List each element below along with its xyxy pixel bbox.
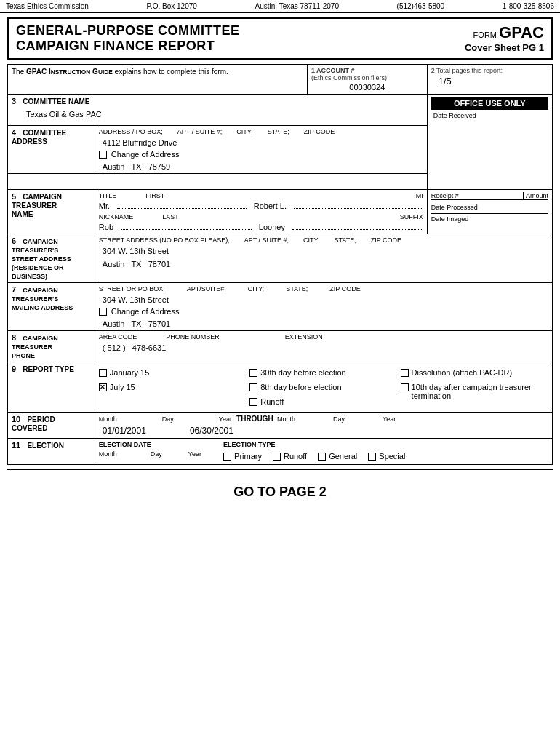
commission-name: Texas Ethics Commission — [6, 2, 89, 10]
section3-label: COMMITTEE NAME — [23, 97, 89, 105]
section11-label: ELECTION — [27, 442, 64, 450]
runoff-option[interactable]: Runoff — [249, 397, 397, 406]
section5-number: 5 — [12, 192, 16, 201]
general-option[interactable]: General — [318, 452, 357, 461]
year2-label: Year — [383, 415, 396, 423]
s7-change-address-checkbox[interactable] — [99, 308, 107, 316]
runoff-label: Runoff — [260, 397, 284, 406]
s6-apt-label: APT / SUITE #; — [244, 236, 289, 244]
section7-label: CAMPAIGN TREASURER'S MAILING ADDRESS — [12, 287, 73, 311]
30day-option[interactable]: 30th day before election — [249, 368, 397, 377]
8day-option[interactable]: 8th day before election — [249, 383, 397, 391]
jan15-option[interactable]: January 15 — [99, 368, 247, 377]
s7-apt-label: APT/SUITE#; — [187, 285, 226, 292]
main-form-table: The GPAC INSTRUCTION GUIDE explains how … — [7, 64, 553, 465]
nickname-label: NICKNAME — [99, 213, 134, 220]
runoff-election-option[interactable]: Runoff — [273, 452, 307, 461]
first-value: Robert L. — [254, 200, 287, 210]
form-id: FORM GPAC Cover Sheet PG 1 — [465, 23, 544, 53]
row-section5: 5 CAMPAIGN TREASURER NAME TITLE FIRST MI… — [8, 190, 553, 234]
account-label: 1 ACCOUNT # (Ethics Commission filers) — [311, 67, 423, 81]
day2-label: Day — [333, 415, 345, 423]
election-day-label: Day — [151, 450, 162, 458]
section8-number: 8 — [12, 333, 16, 342]
section6-number: 6 — [12, 236, 16, 245]
section6-label: CAMPAIGN TREASURER'S STREET ADDRESS (Res… — [12, 238, 71, 280]
10day-option[interactable]: 10th day after campaign treasurer termin… — [401, 383, 548, 400]
ext-label: EXTENSION — [285, 333, 323, 340]
10day-label: 10th day after campaign treasurer termin… — [412, 383, 548, 400]
apt-label: APT / SUITE #; — [177, 128, 222, 135]
s6-zip-label: ZIP CODE — [371, 236, 401, 244]
jul15-label: July 15 — [110, 383, 135, 391]
title-label: TITLE — [99, 192, 117, 199]
general-checkbox[interactable] — [318, 453, 326, 461]
committee-name: Texas Oil & Gas PAC — [12, 105, 423, 123]
change-address-label: Change of Address — [111, 150, 180, 159]
last-value: Looney — [259, 221, 285, 231]
mi-label: MI — [416, 192, 423, 199]
tollfree: 1-800-325-8506 — [503, 2, 554, 10]
election-date-label: ELECTION DATE — [99, 441, 201, 448]
s7-state-label: STATE; — [286, 285, 308, 292]
row-section9: 9 REPORT TYPE January 15 July 15 — [8, 362, 553, 413]
election-year-label: Year — [188, 450, 201, 458]
section11-number: 11 — [12, 441, 20, 450]
jul15-checkbox[interactable] — [99, 383, 107, 391]
section5-label: CAMPAIGN TREASURER NAME — [12, 193, 62, 218]
jan15-checkbox[interactable] — [99, 369, 107, 377]
runoff-election-label: Runoff — [284, 452, 307, 461]
date-imaged-label: Date Imaged — [431, 215, 548, 223]
s6-city-label: CITY; — [303, 236, 319, 244]
primary-checkbox[interactable] — [223, 453, 231, 461]
amount-label: Amount — [523, 192, 548, 199]
change-address-checkbox[interactable] — [99, 151, 107, 159]
runoff-election-checkbox[interactable] — [273, 453, 281, 461]
s7-street-value: 304 W. 13th Street — [99, 294, 548, 304]
special-checkbox[interactable] — [368, 453, 376, 461]
form-label: FORM — [473, 31, 497, 39]
8day-checkbox[interactable] — [249, 383, 257, 391]
10day-checkbox[interactable] — [401, 383, 409, 391]
cover-page: 1 — [539, 42, 544, 53]
row-section7: 7 CAMPAIGN TREASURER'S MAILING ADDRESS S… — [8, 283, 553, 331]
committee-address: 4112 Bluffridge Drive — [99, 137, 423, 147]
primary-option[interactable]: Primary — [223, 452, 262, 461]
row-section8: 8 CAMPAIGN TREASURER PHONE AREA CODE PHO… — [8, 331, 553, 362]
jul15-option[interactable]: July 15 — [99, 383, 247, 391]
row-section10: 10 PERIOD COVERED Month Day Year THROUGH… — [8, 413, 553, 439]
30day-checkbox[interactable] — [249, 369, 257, 377]
special-option[interactable]: Special — [368, 452, 405, 461]
addr-label: ADDRESS / PO BOX; — [99, 128, 163, 135]
section3-number: 3 — [12, 97, 16, 105]
committee-city-state-zip: Austin TX 78759 — [99, 161, 423, 171]
phone: (512)463-5800 — [397, 2, 445, 10]
runoff-checkbox[interactable] — [249, 398, 257, 406]
dissolution-option[interactable]: Dissolution (attach PAC-DR) — [401, 368, 548, 377]
zip-label: ZIP CODE — [304, 128, 335, 135]
s6-city-state-zip: Austin TX 78701 — [99, 258, 548, 268]
area-code-label: AREA CODE — [99, 333, 137, 340]
last-label: LAST — [162, 213, 179, 220]
period-from: 01/01/2001 — [103, 424, 146, 436]
month2-label: Month — [277, 415, 295, 423]
dissolution-checkbox[interactable] — [401, 369, 409, 377]
section8-label: CAMPAIGN TREASURER PHONE — [12, 335, 58, 359]
row-section6: 6 CAMPAIGN TREASURER'S STREET ADDRESS (R… — [8, 234, 553, 283]
s7-change-address-label: Change of Address — [111, 307, 180, 316]
state-label: STATE; — [268, 128, 289, 135]
section9-number: 9 — [12, 364, 16, 373]
suffix-label: SUFFIX — [400, 213, 423, 220]
year-label: Year — [219, 415, 232, 423]
date-received-label: Date Received — [431, 110, 548, 121]
title-value: Mr. — [99, 200, 110, 210]
cover-label: Cover Sheet PG — [465, 42, 536, 53]
s6-state-label: STATE; — [335, 236, 356, 244]
section10-number: 10 — [12, 415, 20, 423]
title-line1: GENERAL-PURPOSE COMMITTEE — [16, 23, 240, 39]
row-section3: 3 COMMITTEE NAME Texas Oil & Gas PAC OFF… — [8, 95, 553, 126]
date-processed-label: Date Processed — [431, 202, 548, 214]
special-label: Special — [379, 452, 405, 461]
section9-label: REPORT TYPE — [23, 365, 74, 373]
phone-value: ( 512 ) 478-6631 — [99, 342, 548, 352]
